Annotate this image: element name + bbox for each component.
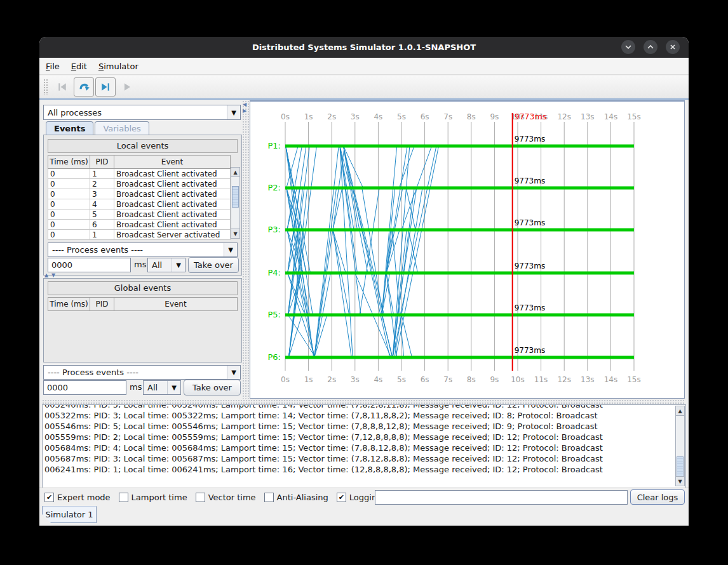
timeline-chart[interactable]: 0s0s1s1s2s2s3s3s4s4s5s5s6s6s7s7s8s8s9s9s…	[250, 100, 685, 399]
scrollbar-thumb[interactable]	[677, 456, 684, 477]
minimize-button[interactable]	[621, 40, 635, 54]
x-tick-bottom: 8s	[467, 375, 476, 384]
scroll-up-icon[interactable]: ▲	[231, 168, 239, 177]
split-left-icon[interactable]: ◀	[243, 102, 246, 107]
log-line: 005687ms: PID: 3; Local time: 005687ms; …	[43, 453, 685, 464]
play-button[interactable]	[117, 77, 137, 96]
x-tick-bottom: 15s	[627, 375, 641, 384]
col-time[interactable]: Time (ms)	[48, 156, 90, 169]
message-line	[286, 146, 311, 273]
col-pid[interactable]: PID	[90, 156, 114, 169]
scroll-down-icon[interactable]: ▼	[231, 229, 239, 238]
checkbox-icon[interactable]	[264, 493, 274, 502]
checkbox-lamport-time[interactable]: Lamport time	[119, 493, 187, 502]
timeline-canvas[interactable]: 0s0s1s1s2s2s3s3s4s4s5s5s6s6s7s7s8s8s9s9s…	[250, 102, 684, 397]
checkbox-icon[interactable]: ✔	[44, 493, 54, 502]
table-row[interactable]: 03Broadcast Client activated	[48, 189, 231, 199]
process-filter-combobox[interactable]: All processes ▼	[43, 105, 241, 120]
take-over-button-top[interactable]: Take over	[188, 257, 239, 273]
table-row[interactable]: 05Broadcast Client activated	[48, 209, 231, 220]
scrollbar-thumb[interactable]	[232, 186, 239, 208]
checkbox-icon[interactable]: ✔	[337, 493, 346, 502]
status-bar: ✔Expert modeLamport timeVector timeAnti-…	[39, 488, 689, 506]
checkbox-anti-aliasing[interactable]: Anti-Aliasing	[264, 493, 328, 502]
filter-input[interactable]	[375, 490, 628, 505]
log-scrollbar[interactable]: ▲ ▼	[675, 406, 685, 486]
scroll-down-icon[interactable]: ▼	[676, 476, 684, 486]
message-line	[344, 146, 368, 273]
skip-to-start-button[interactable]	[52, 77, 72, 96]
message-line	[288, 315, 315, 357]
step-forward-button[interactable]	[95, 77, 116, 96]
split-right-icon[interactable]: ▶	[243, 108, 246, 114]
col-event[interactable]: Event	[114, 298, 238, 311]
tab-events[interactable]: Events	[46, 121, 93, 135]
log-panel: 005240ms: PID: 5; Local time: 005240ms; …	[42, 404, 686, 489]
left-tabs: Events Variables	[46, 121, 149, 135]
split-down-icon[interactable]: ▼	[51, 272, 55, 278]
scroll-up-icon[interactable]: ▲	[676, 406, 684, 416]
process-cursor-time-label: 9773ms	[515, 262, 545, 270]
col-pid[interactable]: PID	[90, 298, 114, 311]
checkbox-icon[interactable]	[196, 493, 205, 502]
table-row[interactable]: 01Broadcast Client activated	[48, 169, 231, 179]
log-line: 005684ms: PID: 4; Local time: 005684ms; …	[43, 442, 685, 453]
play-icon	[121, 80, 133, 94]
tab-variables[interactable]: Variables	[95, 121, 149, 135]
chevron-down-icon	[624, 43, 632, 51]
chevron-down-icon: ▼	[227, 366, 240, 379]
x-tick-top: 12s	[557, 112, 571, 121]
global-events-header-row: Time (ms) PID Event	[48, 298, 238, 311]
chevron-down-icon: ▼	[227, 105, 240, 119]
local-events-header: Local events	[48, 139, 238, 153]
close-button[interactable]	[666, 40, 680, 54]
split-up-icon[interactable]: ▲	[44, 272, 48, 278]
vertical-split-divider[interactable]: ◀ ▶	[242, 100, 249, 399]
log-text: 005240ms: PID: 5; Local time: 005240ms; …	[43, 404, 685, 475]
scope-combobox-bottom[interactable]: All ▼	[143, 380, 181, 395]
step-forward-icon	[100, 80, 111, 94]
process-label: P5:	[268, 310, 281, 319]
x-tick-top: 6s	[421, 112, 429, 121]
tab-simulator-1[interactable]: Simulator 1	[42, 506, 97, 523]
table-row[interactable]: 04Broadcast Client activated	[48, 199, 231, 209]
event-time-input-top[interactable]: 0000	[48, 258, 131, 272]
close-icon	[669, 43, 677, 51]
x-tick-bottom: 14s	[604, 375, 618, 384]
col-event[interactable]: Event	[114, 156, 231, 169]
x-tick-bottom: 6s	[421, 375, 429, 384]
maximize-button[interactable]	[644, 40, 657, 54]
process-label: P4:	[268, 268, 281, 277]
message-line	[408, 230, 418, 273]
checkbox-expert-mode[interactable]: ✔Expert mode	[44, 493, 111, 502]
title-bar[interactable]: Distributed Systems Simulator 1.0.1-SNAP…	[39, 37, 689, 58]
process-events-combobox-bottom[interactable]: ---- Process events ---- ▼	[43, 365, 241, 380]
table-row[interactable]: 06Broadcast Client activated	[48, 220, 231, 230]
menu-file[interactable]: File	[46, 62, 60, 71]
message-line	[344, 146, 363, 188]
x-tick-top: 13s	[581, 112, 595, 121]
table-row[interactable]: 02Broadcast Client activated	[48, 179, 231, 189]
ms-label-bottom: ms	[130, 382, 142, 392]
clear-logs-button[interactable]: Clear logs	[630, 489, 685, 505]
table-row[interactable]: 01Broadcast Server activated	[48, 230, 231, 240]
log-line: 005559ms: PID: 2; Local time: 005559ms; …	[43, 432, 685, 442]
checkbox-vector-time[interactable]: Vector time	[196, 493, 256, 502]
checkbox-icon[interactable]	[119, 493, 128, 502]
local-events-scrollbar[interactable]: ▲ ▼	[231, 167, 240, 239]
horizontal-split-divider[interactable]	[42, 399, 685, 404]
ms-label-top: ms	[134, 260, 146, 269]
menu-simulator[interactable]: Simulator	[98, 62, 138, 71]
rerun-button[interactable]	[74, 77, 94, 96]
event-time-input-bottom[interactable]: 0000	[43, 380, 126, 395]
menu-edit[interactable]: Edit	[71, 62, 87, 71]
x-tick-top: 14s	[604, 112, 618, 121]
process-events-combobox-top[interactable]: ---- Process events ---- ▼	[48, 243, 238, 257]
scope-combobox-top[interactable]: All ▼	[147, 258, 185, 272]
col-time[interactable]: Time (ms)	[48, 298, 90, 311]
take-over-button-bottom[interactable]: Take over	[184, 380, 241, 396]
toolbar-drag-handle[interactable]	[43, 79, 48, 95]
toolbar	[39, 76, 689, 98]
message-line	[288, 315, 302, 357]
x-tick-bottom: 1s	[304, 375, 313, 384]
